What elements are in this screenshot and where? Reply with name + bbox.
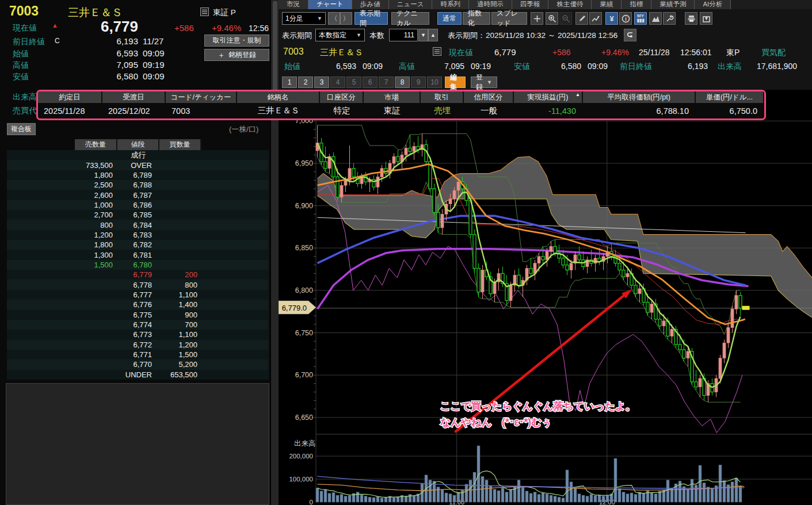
- order-book-row[interactable]: 6,7761,400: [7, 300, 269, 309]
- current-price-label: 現在値: [13, 23, 37, 33]
- svg-text:出来高: 出来高: [294, 439, 316, 447]
- realized-pl-overlay-table: 約定日受渡日コード/ティッカー銘柄名口座区分市場取引信用区分実現損益(円)▲平均…: [36, 90, 766, 120]
- svg-text:6,800: 6,800: [295, 286, 313, 294]
- high-price: 7,095: [89, 60, 138, 70]
- volume-label: 出来高: [13, 92, 37, 102]
- price-header[interactable]: 値段: [117, 139, 159, 150]
- order-book-row[interactable]: 1,5006,780: [7, 260, 269, 270]
- order-book-row[interactable]: 733,500OVER: [7, 160, 269, 170]
- overlay-col-header[interactable]: 口座区分: [320, 91, 364, 103]
- buy-qty-header[interactable]: 買数量: [159, 139, 201, 150]
- prev-close-label: 前日終値: [13, 37, 45, 47]
- sell-qty-header[interactable]: 売数量: [75, 139, 117, 150]
- unit-note: (一株/口): [229, 124, 258, 135]
- svg-text:6,750: 6,750: [295, 329, 313, 337]
- prev-close-flag: C: [55, 37, 60, 45]
- chart-panel: 市況チャート歩み値ニュース時系列適時開示四季報株主優待業績指標業績予測AI分析 …: [279, 0, 812, 505]
- overlay-col-header[interactable]: 信用区分: [464, 91, 514, 103]
- high-time: 09:19: [143, 60, 165, 70]
- trade-caution-button[interactable]: 取引注意・規制: [204, 35, 269, 47]
- overlay-value: 一般: [464, 103, 514, 118]
- overlay-col-header[interactable]: 平均取得価額(円/pt): [583, 91, 696, 103]
- overlay-value: 6,788.10: [583, 103, 696, 118]
- overlay-value: 6,750.0: [696, 103, 764, 118]
- overlay-value: 売埋: [421, 103, 464, 118]
- order-book-row[interactable]: 6,7721,200: [7, 340, 269, 350]
- high-label: 高値: [13, 60, 29, 71]
- empty-detail-panel: [6, 383, 269, 505]
- overlay-col-header[interactable]: 受渡日: [102, 91, 166, 103]
- panel-divider-scrollbar[interactable]: [270, 0, 279, 505]
- stock-code: 7003: [9, 3, 39, 19]
- add-watchlist-button[interactable]: ＋ 銘柄登録: [204, 49, 269, 61]
- stock-info-panel: 7003 三井Ｅ＆Ｓ 東証 P 現在値 ▲ 6,779 +586 +9.46% …: [0, 0, 270, 505]
- overlay-col-header[interactable]: 約定日: [38, 91, 102, 103]
- svg-text:0: 0: [310, 499, 313, 505]
- svg-text:6,700: 6,700: [295, 371, 313, 379]
- order-book-row[interactable]: 6,7771,100: [7, 290, 269, 300]
- price-change-pct: +9.46%: [212, 23, 241, 33]
- svg-text:100,000: 100,000: [289, 476, 313, 483]
- order-book-row[interactable]: 6,7705,200: [7, 359, 269, 369]
- current-price: 6,779: [89, 18, 138, 36]
- prev-close-date: 11/27: [143, 36, 163, 46]
- low-label: 安値: [13, 72, 29, 82]
- order-book-row[interactable]: 8006,784: [7, 220, 269, 229]
- overlay-col-header[interactable]: 銘柄名: [237, 91, 320, 103]
- svg-text:6,850: 6,850: [295, 244, 313, 252]
- order-book-row[interactable]: 2,7006,785: [7, 210, 269, 220]
- order-book-row[interactable]: 1,8006,782: [7, 240, 269, 250]
- overlay-col-header[interactable]: 市場: [364, 91, 421, 103]
- trading-app-window: 7003 三井Ｅ＆Ｓ 東証 P 現在値 ▲ 6,779 +586 +9.46% …: [0, 0, 812, 505]
- order-book-row[interactable]: 1,0006,786: [7, 200, 269, 210]
- order-book-row[interactable]: 成行: [7, 150, 269, 160]
- svg-text:6,900: 6,900: [295, 202, 313, 210]
- open-label: 始値: [13, 49, 29, 59]
- board-list-icon[interactable]: [200, 7, 209, 16]
- order-book-row[interactable]: 6,7711,500: [7, 350, 269, 359]
- up-arrow-icon: ▲: [52, 22, 58, 29]
- sort-asc-icon: ▲: [575, 92, 580, 97]
- svg-text:6,779.0: 6,779.0: [282, 304, 307, 312]
- order-book-row[interactable]: 2,6006,787: [7, 190, 269, 200]
- overlay-value: 2025/11/28: [38, 103, 102, 118]
- order-book-row[interactable]: 6,779200: [7, 270, 269, 280]
- overlay-value: 三井Ｅ＆Ｓ: [237, 103, 320, 118]
- composite-board-button[interactable]: 複合板: [7, 123, 36, 135]
- order-book-row[interactable]: 6,778800: [7, 280, 269, 289]
- svg-text:なんやねん (*･ε･*)むぅ: なんやねん (*･ε･*)むぅ: [440, 416, 552, 428]
- overlay-col-header[interactable]: 単価(円/ドル...: [696, 91, 764, 103]
- quote-time: 12:56: [249, 24, 269, 33]
- overlay-value: -11,430: [514, 103, 583, 118]
- svg-text:6,950: 6,950: [295, 159, 313, 167]
- order-book-header: 売数量 値段 買数量: [7, 139, 269, 150]
- order-book: 売数量 値段 買数量 成行733,500OVER1,8006,7892,5006…: [7, 139, 269, 380]
- order-book-row[interactable]: 1,2006,783: [7, 230, 269, 240]
- price-chart[interactable]: 6,6506,7006,7506,8006,8506,9006,9507,000…: [279, 0, 812, 505]
- low-time: 09:09: [143, 71, 165, 81]
- prev-close: 6,193: [89, 36, 138, 46]
- overlay-col-header[interactable]: コード/ティッカー: [166, 91, 237, 103]
- svg-text:200,000: 200,000: [289, 453, 313, 460]
- order-book-row[interactable]: UNDER653,500: [7, 370, 269, 380]
- order-book-row[interactable]: 1,3006,781: [7, 250, 269, 259]
- order-book-row[interactable]: 1,8006,789: [7, 170, 269, 180]
- market-segment: 東証 P: [213, 7, 236, 18]
- plus-icon: ＋: [218, 50, 225, 60]
- order-book-row[interactable]: 6,7731,100: [7, 330, 269, 339]
- overlay-col-header[interactable]: 取引: [421, 91, 464, 103]
- order-book-row[interactable]: 2,5006,788: [7, 180, 269, 190]
- svg-text:ここで買ったらぐんぐん落ちていったよ。: ここで買ったらぐんぐん落ちていったよ。: [440, 400, 635, 412]
- low-price: 6,580: [89, 71, 138, 81]
- overlay-value: 7003: [166, 103, 237, 118]
- price-change: +586: [174, 23, 194, 33]
- overlay-col-header[interactable]: 実現損益(円)▲: [514, 91, 583, 103]
- overlay-value: 特定: [320, 103, 364, 118]
- order-book-row[interactable]: 6,774700: [7, 320, 269, 330]
- overlay-value: 2025/12/02: [102, 103, 166, 118]
- svg-text:6,650: 6,650: [295, 414, 313, 422]
- order-book-row[interactable]: 6,775900: [7, 310, 269, 320]
- open-time: 09:09: [143, 48, 165, 58]
- open-price: 6,593: [89, 48, 138, 58]
- overlay-value: 東証: [364, 103, 421, 118]
